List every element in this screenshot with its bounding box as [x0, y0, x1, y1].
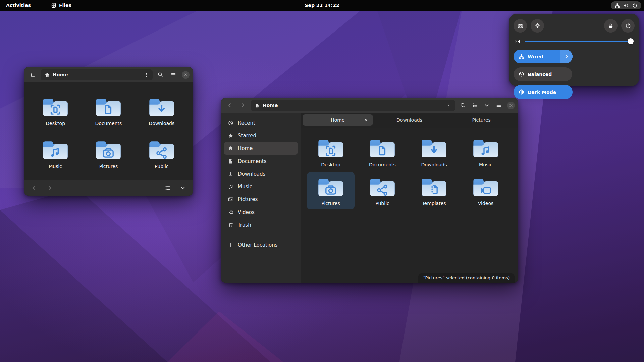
folder-item-public[interactable]: Public	[359, 172, 406, 209]
tab-label: Home	[331, 117, 344, 123]
view-switcher	[471, 100, 491, 110]
files-app-icon	[51, 3, 56, 8]
volume-row	[515, 38, 631, 45]
lock-button[interactable]	[604, 19, 618, 33]
path-bar[interactable]: Home	[41, 69, 153, 80]
sidebar-item-label: Videos	[238, 209, 255, 215]
folder-label: Desktop	[46, 121, 65, 126]
search-button[interactable]	[458, 100, 468, 110]
sidebar-toggle-button[interactable]	[28, 70, 38, 80]
view-options-button[interactable]	[177, 183, 188, 193]
forward-button[interactable]	[44, 183, 55, 193]
path-bar[interactable]: Home	[251, 100, 455, 111]
power-icon	[625, 23, 631, 29]
close-button[interactable]	[507, 102, 515, 109]
folder-item-desktop[interactable]: Desktop	[307, 133, 355, 171]
sidebar-item-label: Pictures	[238, 196, 258, 202]
sidebar-item-downloads[interactable]: Downloads	[224, 168, 298, 180]
folder-label: Documents	[369, 162, 396, 167]
folder-item-documents[interactable]: Documents	[85, 92, 132, 129]
sidebar-item-home[interactable]: Home	[224, 142, 298, 155]
folder-item-desktop[interactable]: Desktop	[32, 92, 79, 129]
folder-label: Documents	[95, 121, 122, 126]
sidebar-item-videos[interactable]: Videos	[224, 206, 298, 218]
settings-icon	[535, 23, 540, 29]
toggle-wired[interactable]: Wired	[514, 50, 573, 63]
menu-button[interactable]	[493, 100, 504, 110]
sidebar-item-label: Downloads	[238, 171, 265, 177]
back-button[interactable]	[29, 183, 40, 193]
toggle-label: Dark Mode	[528, 89, 556, 95]
sidebar-item-pictures[interactable]: Pictures	[224, 193, 298, 205]
folder-item-documents[interactable]: Documents	[359, 133, 406, 171]
menu-button[interactable]	[168, 70, 179, 80]
quick-settings-toggles: WiredBalancedDark Mode	[514, 50, 635, 99]
screenshot-button[interactable]	[514, 19, 527, 33]
path-menu-button[interactable]	[444, 100, 454, 110]
settings-button[interactable]	[531, 19, 544, 33]
folder-label: Downloads	[149, 121, 174, 126]
sidebar-item-documents[interactable]: Documents	[224, 155, 298, 167]
doc-icon	[228, 159, 233, 164]
sidebar-item-starred[interactable]: Starred	[224, 129, 298, 142]
folder-item-music[interactable]: Music	[462, 133, 509, 171]
sidebar-item-music[interactable]: Music	[224, 180, 298, 193]
folder-item-templates[interactable]: Templates	[410, 172, 458, 209]
folder-icon	[148, 96, 175, 118]
forward-button[interactable]	[237, 100, 248, 110]
clock[interactable]: Sep 22 14:22	[305, 0, 339, 11]
folder-icon	[421, 176, 447, 198]
separator	[481, 102, 481, 108]
folder-label: Downloads	[421, 162, 447, 167]
folder-item-pictures[interactable]: Pictures	[307, 172, 355, 209]
power-button[interactable]	[621, 19, 635, 33]
tab-home[interactable]: Home	[303, 114, 373, 126]
sidebar-item-label: Documents	[238, 158, 267, 164]
toggle-label: Wired	[528, 54, 543, 59]
toggle-balanced[interactable]: Balanced	[514, 67, 572, 81]
path-menu-button[interactable]	[141, 70, 151, 80]
expand-wired-button[interactable]	[560, 50, 573, 63]
activities-button[interactable]: Activities	[3, 1, 34, 10]
tab-label: Downloads	[396, 117, 422, 123]
folder-icon	[317, 176, 344, 198]
music-note-icon	[228, 184, 233, 189]
view-mode-button[interactable]	[471, 100, 479, 110]
download-icon	[228, 171, 233, 177]
volume-icon	[515, 38, 521, 45]
top-bar: Activities Files Sep 22 14:22	[0, 0, 644, 11]
recent-icon	[228, 120, 233, 126]
close-button[interactable]	[182, 71, 190, 79]
folder-item-music[interactable]: Music	[32, 135, 79, 172]
back-button[interactable]	[224, 100, 235, 110]
system-tray[interactable]	[611, 1, 641, 9]
sidebar-item-recent[interactable]: Recent	[224, 117, 298, 129]
sidebar-item-label: Other Locations	[238, 242, 278, 248]
tab-close-button[interactable]	[363, 116, 370, 124]
tab-divider	[445, 117, 445, 123]
folder-item-pictures[interactable]: Pictures	[85, 135, 132, 172]
app-menu-files[interactable]: Files	[48, 1, 75, 10]
search-button[interactable]	[155, 70, 166, 80]
tab-downloads[interactable]: Downloads	[374, 114, 445, 126]
volume-slider-knob[interactable]	[628, 38, 634, 44]
folder-item-downloads[interactable]: Downloads	[410, 133, 458, 171]
header-bar: Home	[221, 98, 518, 113]
tab-pictures[interactable]: Pictures	[446, 114, 517, 126]
view-mode-button[interactable]	[162, 183, 173, 193]
lock-icon	[608, 23, 614, 29]
toggle-dark-mode[interactable]: Dark Mode	[514, 85, 573, 99]
folder-label: Videos	[478, 201, 494, 206]
folder-item-videos[interactable]: Videos	[462, 172, 509, 209]
volume-slider[interactable]	[525, 38, 631, 44]
camera-icon	[518, 23, 523, 29]
sidebar-item-other-locations[interactable]: Other Locations	[224, 239, 298, 251]
image-icon	[228, 197, 233, 202]
network-wired-icon	[615, 3, 620, 8]
folder-item-public[interactable]: Public	[138, 135, 185, 172]
folder-icon	[369, 137, 396, 159]
close-icon	[184, 73, 187, 77]
sidebar-item-trash[interactable]: Trash	[224, 219, 298, 231]
view-options-button[interactable]	[482, 100, 491, 110]
folder-item-downloads[interactable]: Downloads	[138, 92, 185, 129]
